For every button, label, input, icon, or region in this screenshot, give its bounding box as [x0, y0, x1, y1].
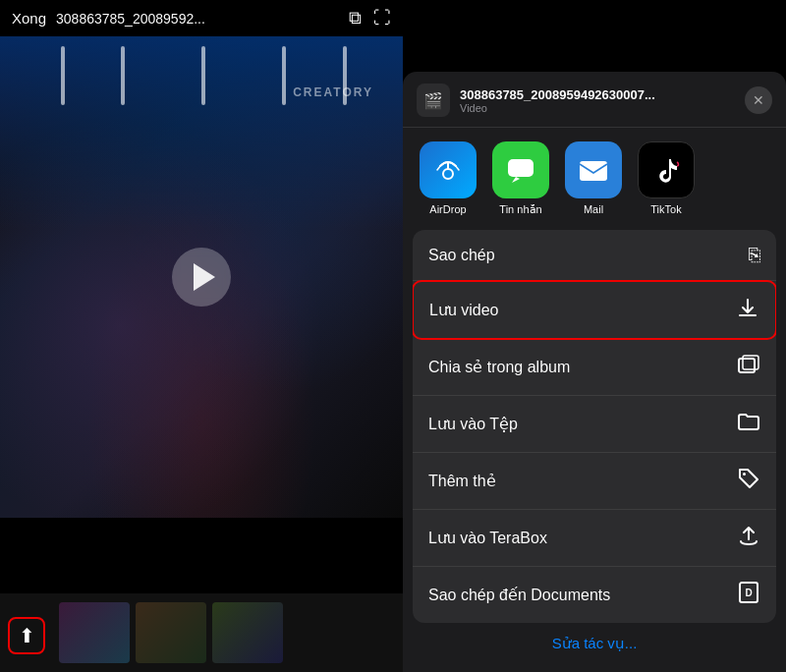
file-icon: 🎬 [417, 84, 450, 117]
share-button[interactable]: ⬆ [8, 617, 45, 654]
documents-icon: D [737, 581, 760, 609]
upload-icon [737, 524, 760, 552]
tiktok-app[interactable]: TikTok [631, 141, 702, 216]
mail-label: Mail [584, 203, 603, 215]
play-button[interactable] [172, 248, 231, 307]
light-spot [282, 46, 286, 105]
edit-actions-link[interactable]: Sửa tác vụ... [403, 623, 786, 664]
tiktok-label: TikTok [650, 203, 681, 215]
tiktok-icon [638, 141, 695, 198]
action-list: Sao chép ⎘ Lưu video Chia sẻ trong album [413, 230, 776, 623]
close-button[interactable]: Xong [12, 10, 46, 27]
share-sheet: 🎬 308863785_2008959492630007... Video ✕ [403, 72, 786, 672]
creatory-watermark: CREATORY [293, 85, 373, 99]
them-the-action[interactable]: Thêm thẻ [413, 453, 776, 510]
copy-icon: ⎘ [749, 244, 760, 266]
luu-tep-action[interactable]: Lưu vào Tệp [413, 396, 776, 453]
luu-video-action[interactable]: Lưu video [413, 280, 776, 340]
mail-icon [565, 141, 622, 198]
svg-rect-3 [739, 359, 755, 372]
sao-chep-label: Sao chép [428, 247, 495, 264]
folder-icon [737, 410, 760, 438]
share-title: 308863785_2008959492630007... [460, 87, 735, 102]
album-icon [737, 353, 760, 381]
airdrop-app[interactable]: AirDrop [413, 141, 483, 216]
tag-icon [737, 467, 760, 495]
luu-video-label: Lưu video [429, 301, 499, 319]
svg-point-0 [443, 169, 453, 179]
bottom-strip: ⬆ [0, 593, 403, 672]
svg-rect-2 [580, 161, 607, 181]
light-spot [61, 46, 65, 105]
svg-rect-1 [508, 159, 533, 177]
terabox-action[interactable]: Lưu vào TeraBox [413, 510, 776, 567]
messages-icon [492, 141, 549, 198]
chia-se-album-action[interactable]: Chia sẻ trong album [413, 339, 776, 396]
share-subtitle: Video [460, 102, 735, 114]
left-panel: Xong 308863785_20089592... ⧉ ⛶ CREATORY … [0, 0, 403, 672]
light-spot [121, 46, 125, 105]
video-title: 308863785_20089592... [56, 11, 339, 27]
mail-app[interactable]: Mail [558, 141, 629, 216]
video-area: CREATORY [0, 36, 403, 518]
thumbnail-1 [59, 602, 130, 663]
thumbnail-3 [212, 602, 283, 663]
app-icons-row: AirDrop Tin nhắn Mail [403, 128, 786, 230]
airdrop-icon [420, 141, 477, 198]
documents-label: Sao chép đến Documents [428, 586, 610, 604]
light-spot [201, 46, 205, 105]
copy-icon[interactable]: ⧉ [349, 8, 362, 28]
share-close-button[interactable]: ✕ [745, 86, 772, 114]
thumbnail-2 [136, 602, 206, 663]
share-sheet-overlay: 🎬 308863785_2008959492630007... Video ✕ [403, 0, 786, 672]
messages-label: Tin nhắn [499, 203, 541, 216]
airdrop-label: AirDrop [429, 203, 466, 215]
header-icons: ⧉ ⛶ [349, 8, 391, 28]
documents-action[interactable]: Sao chép đến Documents D [413, 567, 776, 623]
luu-tep-label: Lưu vào Tệp [428, 415, 518, 433]
share-header: 🎬 308863785_2008959492630007... Video ✕ [403, 72, 786, 128]
terabox-label: Lưu vào TeraBox [428, 529, 547, 547]
save-video-icon [736, 296, 759, 324]
left-header: Xong 308863785_20089592... ⧉ ⛶ [0, 0, 403, 36]
svg-point-5 [743, 473, 746, 476]
them-the-label: Thêm thẻ [428, 472, 496, 490]
fullscreen-icon[interactable]: ⛶ [373, 8, 391, 28]
stage-lights [0, 36, 403, 229]
chia-se-album-label: Chia sẻ trong album [428, 358, 570, 376]
svg-text:D: D [745, 588, 752, 598]
messages-app[interactable]: Tin nhắn [485, 141, 556, 216]
share-header-info: 308863785_2008959492630007... Video [460, 87, 735, 114]
sao-chep-action[interactable]: Sao chép ⎘ [413, 230, 776, 281]
